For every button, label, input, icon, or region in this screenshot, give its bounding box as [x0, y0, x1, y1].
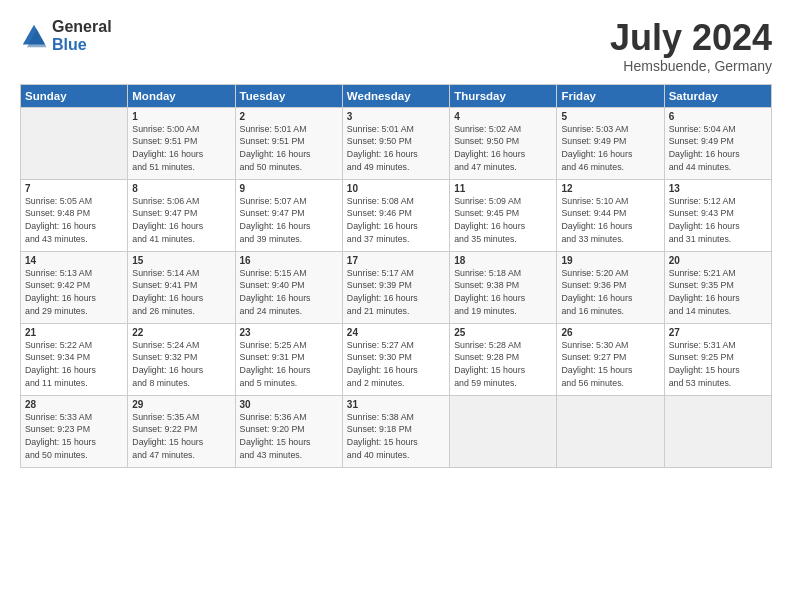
calendar-cell — [21, 107, 128, 179]
calendar-cell: 15Sunrise: 5:14 AM Sunset: 9:41 PM Dayli… — [128, 251, 235, 323]
day-number: 13 — [669, 183, 767, 194]
day-info: Sunrise: 5:04 AM Sunset: 9:49 PM Dayligh… — [669, 123, 767, 174]
day-info: Sunrise: 5:17 AM Sunset: 9:39 PM Dayligh… — [347, 267, 445, 318]
calendar-cell: 12Sunrise: 5:10 AM Sunset: 9:44 PM Dayli… — [557, 179, 664, 251]
calendar-week-row: 28Sunrise: 5:33 AM Sunset: 9:23 PM Dayli… — [21, 395, 772, 467]
calendar-cell: 14Sunrise: 5:13 AM Sunset: 9:42 PM Dayli… — [21, 251, 128, 323]
calendar-table: SundayMondayTuesdayWednesdayThursdayFrid… — [20, 84, 772, 468]
day-number: 20 — [669, 255, 767, 266]
day-number: 12 — [561, 183, 659, 194]
day-info: Sunrise: 5:09 AM Sunset: 9:45 PM Dayligh… — [454, 195, 552, 246]
logo: General Blue — [20, 18, 112, 53]
day-info: Sunrise: 5:15 AM Sunset: 9:40 PM Dayligh… — [240, 267, 338, 318]
calendar-cell: 19Sunrise: 5:20 AM Sunset: 9:36 PM Dayli… — [557, 251, 664, 323]
day-info: Sunrise: 5:38 AM Sunset: 9:18 PM Dayligh… — [347, 411, 445, 462]
weekday-header: Sunday — [21, 84, 128, 107]
calendar-week-row: 21Sunrise: 5:22 AM Sunset: 9:34 PM Dayli… — [21, 323, 772, 395]
day-number: 18 — [454, 255, 552, 266]
calendar-cell: 3Sunrise: 5:01 AM Sunset: 9:50 PM Daylig… — [342, 107, 449, 179]
weekday-header: Tuesday — [235, 84, 342, 107]
day-number: 31 — [347, 399, 445, 410]
day-number: 9 — [240, 183, 338, 194]
weekday-header: Thursday — [450, 84, 557, 107]
header-row: SundayMondayTuesdayWednesdayThursdayFrid… — [21, 84, 772, 107]
weekday-header: Friday — [557, 84, 664, 107]
day-info: Sunrise: 5:28 AM Sunset: 9:28 PM Dayligh… — [454, 339, 552, 390]
calendar-cell: 27Sunrise: 5:31 AM Sunset: 9:25 PM Dayli… — [664, 323, 771, 395]
day-info: Sunrise: 5:25 AM Sunset: 9:31 PM Dayligh… — [240, 339, 338, 390]
calendar-cell: 11Sunrise: 5:09 AM Sunset: 9:45 PM Dayli… — [450, 179, 557, 251]
calendar-cell: 8Sunrise: 5:06 AM Sunset: 9:47 PM Daylig… — [128, 179, 235, 251]
day-number: 25 — [454, 327, 552, 338]
day-info: Sunrise: 5:06 AM Sunset: 9:47 PM Dayligh… — [132, 195, 230, 246]
day-number: 1 — [132, 111, 230, 122]
calendar-cell: 30Sunrise: 5:36 AM Sunset: 9:20 PM Dayli… — [235, 395, 342, 467]
day-number: 22 — [132, 327, 230, 338]
calendar-cell: 25Sunrise: 5:28 AM Sunset: 9:28 PM Dayli… — [450, 323, 557, 395]
calendar-cell: 16Sunrise: 5:15 AM Sunset: 9:40 PM Dayli… — [235, 251, 342, 323]
day-number: 11 — [454, 183, 552, 194]
day-info: Sunrise: 5:05 AM Sunset: 9:48 PM Dayligh… — [25, 195, 123, 246]
day-number: 17 — [347, 255, 445, 266]
calendar-cell — [557, 395, 664, 467]
day-info: Sunrise: 5:36 AM Sunset: 9:20 PM Dayligh… — [240, 411, 338, 462]
day-info: Sunrise: 5:14 AM Sunset: 9:41 PM Dayligh… — [132, 267, 230, 318]
day-number: 19 — [561, 255, 659, 266]
day-info: Sunrise: 5:31 AM Sunset: 9:25 PM Dayligh… — [669, 339, 767, 390]
day-info: Sunrise: 5:00 AM Sunset: 9:51 PM Dayligh… — [132, 123, 230, 174]
calendar-cell: 6Sunrise: 5:04 AM Sunset: 9:49 PM Daylig… — [664, 107, 771, 179]
day-number: 27 — [669, 327, 767, 338]
day-number: 10 — [347, 183, 445, 194]
calendar-cell: 10Sunrise: 5:08 AM Sunset: 9:46 PM Dayli… — [342, 179, 449, 251]
day-info: Sunrise: 5:01 AM Sunset: 9:50 PM Dayligh… — [347, 123, 445, 174]
calendar-cell: 24Sunrise: 5:27 AM Sunset: 9:30 PM Dayli… — [342, 323, 449, 395]
header: General Blue July 2024 Hemsbuende, Germa… — [20, 18, 772, 74]
month-title: July 2024 — [610, 18, 772, 58]
day-number: 7 — [25, 183, 123, 194]
day-number: 26 — [561, 327, 659, 338]
day-number: 3 — [347, 111, 445, 122]
calendar-cell: 18Sunrise: 5:18 AM Sunset: 9:38 PM Dayli… — [450, 251, 557, 323]
day-number: 23 — [240, 327, 338, 338]
day-info: Sunrise: 5:20 AM Sunset: 9:36 PM Dayligh… — [561, 267, 659, 318]
day-number: 15 — [132, 255, 230, 266]
day-info: Sunrise: 5:30 AM Sunset: 9:27 PM Dayligh… — [561, 339, 659, 390]
day-info: Sunrise: 5:07 AM Sunset: 9:47 PM Dayligh… — [240, 195, 338, 246]
day-number: 5 — [561, 111, 659, 122]
day-info: Sunrise: 5:27 AM Sunset: 9:30 PM Dayligh… — [347, 339, 445, 390]
logo-blue: Blue — [52, 36, 112, 54]
calendar-cell: 31Sunrise: 5:38 AM Sunset: 9:18 PM Dayli… — [342, 395, 449, 467]
day-info: Sunrise: 5:22 AM Sunset: 9:34 PM Dayligh… — [25, 339, 123, 390]
calendar-cell: 2Sunrise: 5:01 AM Sunset: 9:51 PM Daylig… — [235, 107, 342, 179]
day-number: 24 — [347, 327, 445, 338]
weekday-header: Monday — [128, 84, 235, 107]
logo-general: General — [52, 18, 112, 36]
calendar-week-row: 7Sunrise: 5:05 AM Sunset: 9:48 PM Daylig… — [21, 179, 772, 251]
calendar-cell: 1Sunrise: 5:00 AM Sunset: 9:51 PM Daylig… — [128, 107, 235, 179]
calendar-cell: 29Sunrise: 5:35 AM Sunset: 9:22 PM Dayli… — [128, 395, 235, 467]
calendar-cell: 7Sunrise: 5:05 AM Sunset: 9:48 PM Daylig… — [21, 179, 128, 251]
weekday-header: Saturday — [664, 84, 771, 107]
calendar-cell: 17Sunrise: 5:17 AM Sunset: 9:39 PM Dayli… — [342, 251, 449, 323]
day-number: 4 — [454, 111, 552, 122]
calendar-cell: 22Sunrise: 5:24 AM Sunset: 9:32 PM Dayli… — [128, 323, 235, 395]
calendar-cell: 13Sunrise: 5:12 AM Sunset: 9:43 PM Dayli… — [664, 179, 771, 251]
day-info: Sunrise: 5:35 AM Sunset: 9:22 PM Dayligh… — [132, 411, 230, 462]
day-number: 6 — [669, 111, 767, 122]
day-info: Sunrise: 5:33 AM Sunset: 9:23 PM Dayligh… — [25, 411, 123, 462]
calendar-week-row: 1Sunrise: 5:00 AM Sunset: 9:51 PM Daylig… — [21, 107, 772, 179]
day-number: 29 — [132, 399, 230, 410]
calendar-cell: 21Sunrise: 5:22 AM Sunset: 9:34 PM Dayli… — [21, 323, 128, 395]
day-info: Sunrise: 5:02 AM Sunset: 9:50 PM Dayligh… — [454, 123, 552, 174]
day-number: 8 — [132, 183, 230, 194]
calendar-cell: 9Sunrise: 5:07 AM Sunset: 9:47 PM Daylig… — [235, 179, 342, 251]
day-number: 21 — [25, 327, 123, 338]
logo-text: General Blue — [52, 18, 112, 53]
logo-icon — [20, 22, 48, 50]
calendar-cell: 4Sunrise: 5:02 AM Sunset: 9:50 PM Daylig… — [450, 107, 557, 179]
day-number: 14 — [25, 255, 123, 266]
calendar-cell: 28Sunrise: 5:33 AM Sunset: 9:23 PM Dayli… — [21, 395, 128, 467]
day-info: Sunrise: 5:03 AM Sunset: 9:49 PM Dayligh… — [561, 123, 659, 174]
day-info: Sunrise: 5:13 AM Sunset: 9:42 PM Dayligh… — [25, 267, 123, 318]
calendar-week-row: 14Sunrise: 5:13 AM Sunset: 9:42 PM Dayli… — [21, 251, 772, 323]
